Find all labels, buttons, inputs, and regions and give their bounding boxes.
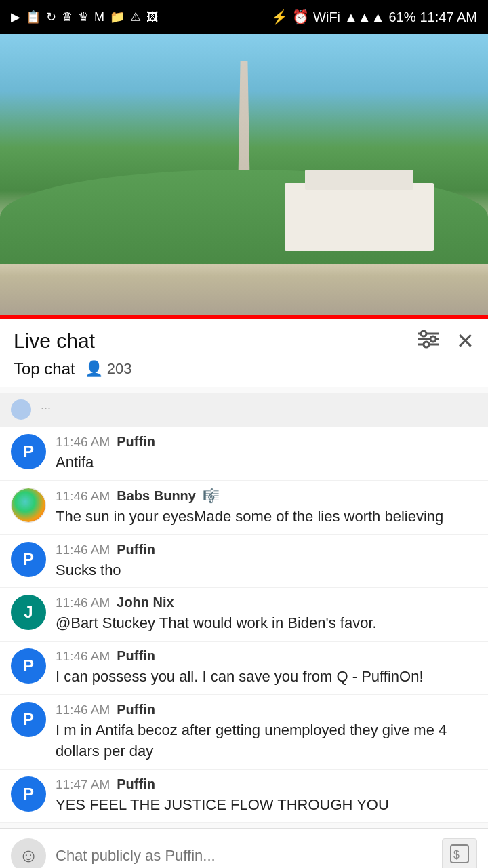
crown-icon1: ♛ — [62, 9, 73, 24]
message-text: @Bart Stuckey That would work in Biden's… — [56, 613, 477, 634]
message-author: Puffin — [117, 542, 155, 557]
message-author: John Nix — [117, 595, 174, 610]
message-content: 11:46 AM Puffin I m in Antifa becoz afte… — [56, 702, 477, 762]
message-author: Puffin — [117, 648, 155, 664]
svg-point-5 — [424, 342, 429, 347]
emoji-button[interactable]: ☺ — [11, 838, 46, 868]
message-meta: 11:47 AM Puffin — [56, 776, 477, 792]
list-item: P 11:46 AM Puffin I m in Antifa becoz af… — [0, 695, 488, 770]
avatar: P — [11, 776, 46, 812]
alarm-icon: ⏰ — [292, 9, 309, 25]
message-meta: 11:46 AM John Nix — [56, 595, 477, 610]
progress-bar — [0, 315, 488, 319]
top-chat-label[interactable]: Top chat — [14, 359, 75, 378]
wifi-icon: WiFi — [313, 9, 340, 25]
message-meta: 11:46 AM Puffin — [56, 702, 477, 717]
message-time: 11:46 AM — [56, 435, 110, 450]
avatar: P — [11, 434, 46, 469]
message-time: 11:46 AM — [56, 489, 110, 504]
svg-text:$: $ — [453, 849, 460, 861]
list-item: P 11:46 AM Puffin Antifa — [0, 427, 488, 481]
message-content: ··· — [41, 399, 477, 416]
message-text: YES FEEL THE JUSTICE FLOW THROUGH YOU — [56, 795, 477, 816]
message-text: Sucks tho — [56, 560, 477, 581]
message-content: 11:47 AM Puffin YES FEEL THE JUSTICE FLO… — [56, 776, 477, 816]
message-author: Puffin — [117, 702, 155, 717]
message-time: 11:47 AM — [56, 777, 110, 792]
chat-header-icons: ✕ — [417, 328, 474, 354]
message-text: I m in Antifa becoz after getting unempl… — [56, 720, 477, 762]
status-bar: ▶ 📋 ↻ ♛ ♛ M 📁 ⚠ 🖼 ⚡ ⏰ WiFi ▲▲▲ 61% 11:47… — [0, 0, 488, 34]
message-meta: 11:46 AM Puffin — [56, 542, 477, 557]
message-meta: 11:46 AM Babs Bunny 🎼 — [56, 488, 477, 504]
message-meta: 11:46 AM Puffin — [56, 434, 477, 450]
avatar: P — [11, 542, 46, 577]
chat-header: Live chat ✕ Top chat 👤 203 — [0, 319, 488, 387]
message-author: Babs Bunny — [117, 488, 196, 504]
message-author: Puffin — [117, 434, 155, 450]
message-author: Puffin — [117, 776, 155, 792]
list-item: P 11:46 AM Puffin Sucks tho — [0, 535, 488, 589]
viewer-count: 👤 203 — [85, 360, 132, 378]
list-item: P 11:46 AM Puffin I can possess you all.… — [0, 642, 488, 695]
warning-icon: ⚠ — [130, 9, 141, 24]
message-content: 11:46 AM Babs Bunny 🎼 The sun in your ey… — [56, 488, 477, 528]
filter-icon[interactable] — [417, 330, 440, 353]
table-row: ··· — [0, 393, 488, 427]
avatar — [11, 399, 31, 420]
white-house — [285, 183, 434, 251]
send-button[interactable]: $ — [442, 838, 477, 868]
youtube-icon: ▶ — [11, 9, 20, 24]
chat-messages: ··· P 11:46 AM Puffin Antifa 11:46 AM Ba… — [0, 387, 488, 828]
chat-subtitle-row: Top chat 👤 203 — [14, 359, 474, 387]
notification-icon: 📋 — [26, 9, 41, 24]
battery-level: 61% — [388, 9, 415, 25]
mastodon-icon: M — [94, 10, 104, 24]
folder-icon: 📁 — [110, 9, 125, 24]
message-content: 11:46 AM John Nix @Bart Stuckey That wou… — [56, 595, 477, 634]
smiley-icon: ☺ — [19, 845, 39, 867]
message-time: 11:46 AM — [56, 703, 110, 717]
image-icon: 🖼 — [146, 10, 159, 24]
sync-icon: ↻ — [46, 9, 56, 24]
status-icons-left: ▶ 📋 ↻ ♛ ♛ M 📁 ⚠ 🖼 — [11, 9, 159, 24]
person-icon: 👤 — [85, 360, 103, 378]
chat-input-bar: ☺ $ — [0, 828, 488, 868]
message-meta: 11:46 AM Puffin — [56, 648, 477, 664]
svg-point-4 — [430, 336, 436, 342]
chat-title-row: Live chat ✕ — [14, 328, 474, 354]
list-item: P 11:47 AM Puffin YES FEEL THE JUSTICE F… — [0, 770, 488, 823]
list-item: 11:46 AM Babs Bunny 🎼 The sun in your ey… — [0, 481, 488, 535]
signal-icon: ▲▲▲ — [344, 9, 384, 25]
avatar-image — [12, 488, 45, 522]
crown-icon2: ♛ — [78, 9, 89, 24]
message-text: Antifa — [56, 452, 477, 473]
music-icon: 🎼 — [203, 488, 220, 504]
message-time: 11:46 AM — [56, 542, 110, 557]
send-icon: $ — [449, 844, 470, 868]
chat-input[interactable] — [56, 847, 432, 865]
message-time: 11:46 AM — [56, 595, 110, 610]
avatar: P — [11, 648, 46, 684]
time-display: 11:47 AM — [420, 9, 477, 25]
avatar: J — [11, 595, 46, 630]
bluetooth-icon: ⚡ — [271, 9, 288, 25]
message-content: 11:46 AM Puffin I can possess you all. I… — [56, 648, 477, 688]
svg-point-3 — [421, 331, 426, 336]
message-text: The sun in your eyesMade some of the lie… — [56, 507, 477, 528]
message-content: 11:46 AM Puffin Sucks tho — [56, 542, 477, 581]
message-time: 11:46 AM — [56, 649, 110, 664]
chat-title: Live chat — [14, 330, 95, 353]
video-player[interactable] — [0, 34, 488, 319]
avatar — [11, 488, 46, 523]
truncated-text: ··· — [41, 401, 51, 414]
message-text: I can possess you all. I can save you fr… — [56, 667, 477, 688]
close-icon[interactable]: ✕ — [456, 328, 474, 354]
list-item: J 11:46 AM John Nix @Bart Stuckey That w… — [0, 588, 488, 642]
status-icons-right: ⚡ ⏰ WiFi ▲▲▲ 61% 11:47 AM — [271, 9, 477, 25]
viewer-count-number: 203 — [107, 360, 132, 378]
avatar: P — [11, 702, 46, 737]
message-content: 11:46 AM Puffin Antifa — [56, 434, 477, 473]
